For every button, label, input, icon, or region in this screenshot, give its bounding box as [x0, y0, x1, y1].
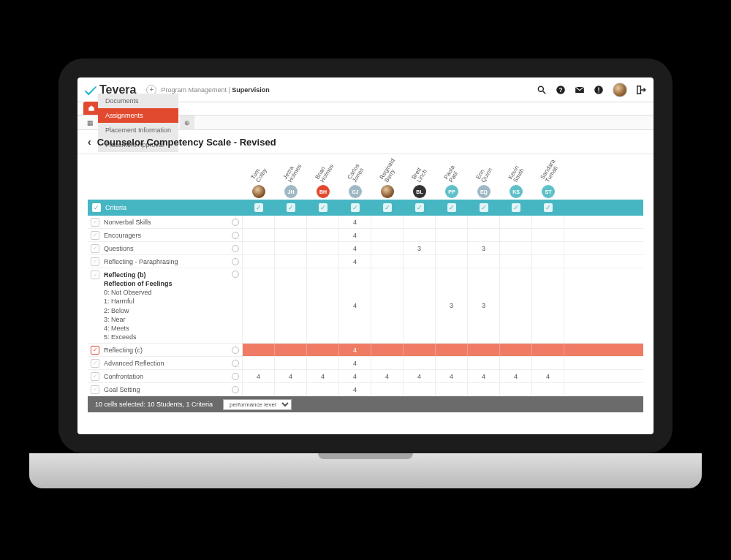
score-cell[interactable] — [275, 216, 307, 228]
score-cell[interactable]: 4 — [339, 242, 371, 254]
score-cell[interactable] — [468, 255, 500, 268]
tab-add[interactable]: ⊕ — [180, 116, 194, 130]
score-cell[interactable] — [532, 383, 564, 396]
score-cell[interactable] — [532, 344, 564, 356]
grid-icon[interactable]: ▦ — [83, 119, 96, 126]
score-cell[interactable] — [371, 216, 404, 228]
student-select-checkbox[interactable]: ✓ — [307, 203, 339, 212]
score-cell[interactable] — [404, 216, 436, 228]
score-cell[interactable] — [371, 268, 404, 343]
student-select-checkbox[interactable]: ✓ — [436, 203, 468, 212]
score-cell[interactable]: 4 — [339, 216, 371, 228]
score-cell[interactable]: 4 — [339, 344, 371, 356]
score-cell[interactable] — [436, 216, 468, 228]
history-icon[interactable] — [232, 258, 239, 265]
logout-icon[interactable] — [636, 85, 646, 95]
score-cell[interactable] — [275, 242, 307, 254]
score-cell[interactable] — [532, 242, 564, 254]
score-cell[interactable]: 3 — [404, 242, 436, 254]
score-cell[interactable] — [404, 357, 436, 369]
score-cell[interactable] — [275, 357, 307, 369]
student-col-bl[interactable]: BrettLinchBL — [404, 185, 436, 200]
score-cell[interactable]: 4 — [371, 370, 404, 382]
history-icon[interactable] — [232, 360, 239, 367]
score-cell[interactable] — [468, 383, 500, 396]
score-cell[interactable] — [371, 229, 404, 241]
student-col-cj[interactable]: CarlosJonesCJ — [339, 185, 371, 200]
score-cell[interactable] — [371, 255, 404, 268]
score-cell[interactable] — [500, 383, 532, 396]
score-cell[interactable]: 4 — [436, 370, 468, 382]
score-cell[interactable]: 4 — [339, 268, 371, 343]
score-cell[interactable] — [275, 383, 307, 396]
criteria-checkbox[interactable]: ✓ — [91, 270, 99, 279]
score-cell[interactable] — [500, 357, 532, 369]
score-cell[interactable] — [500, 216, 532, 228]
score-cell[interactable]: 4 — [339, 357, 371, 369]
score-cell[interactable]: 4 — [339, 383, 371, 396]
student-col-ks[interactable]: KevinSmithKS — [500, 185, 532, 200]
criteria-checkbox[interactable]: ✓ — [91, 218, 99, 227]
score-cell[interactable]: 3 — [436, 268, 468, 343]
student-select-checkbox[interactable]: ✓ — [404, 203, 436, 212]
score-cell[interactable] — [275, 344, 307, 356]
select-all-checkbox[interactable]: ✓ — [92, 203, 101, 212]
student-select-checkbox[interactable]: ✓ — [339, 203, 371, 212]
score-cell[interactable] — [243, 216, 275, 228]
score-cell[interactable] — [500, 255, 532, 268]
score-cell[interactable]: 4 — [532, 370, 564, 382]
score-cell[interactable] — [243, 357, 275, 369]
score-cell[interactable] — [404, 268, 436, 343]
score-cell[interactable] — [532, 357, 564, 369]
score-cell[interactable] — [307, 357, 339, 369]
help-icon[interactable]: ? — [556, 85, 566, 95]
score-cell[interactable] — [436, 242, 468, 254]
mail-icon[interactable] — [575, 85, 585, 95]
score-cell[interactable]: 3 — [468, 242, 500, 254]
student-select-checkbox[interactable]: ✓ — [500, 203, 532, 212]
score-cell[interactable] — [243, 242, 275, 254]
score-cell[interactable] — [532, 268, 564, 343]
score-cell[interactable] — [404, 255, 436, 268]
score-cell[interactable] — [500, 344, 532, 356]
score-cell[interactable] — [500, 268, 532, 343]
score-cell[interactable] — [307, 242, 339, 254]
score-cell[interactable] — [307, 216, 339, 228]
score-cell[interactable]: 4 — [468, 370, 500, 382]
student-col-st[interactable]: SandaraTumatiST — [532, 185, 564, 200]
score-cell[interactable]: 4 — [339, 255, 371, 268]
score-cell[interactable] — [436, 255, 468, 268]
score-cell[interactable]: 4 — [339, 370, 371, 382]
score-cell[interactable] — [275, 229, 307, 241]
history-icon[interactable] — [232, 219, 239, 226]
score-cell[interactable] — [468, 344, 500, 356]
score-cell[interactable] — [307, 344, 339, 356]
search-icon[interactable] — [537, 85, 547, 95]
tab-documents[interactable]: Documents — [98, 94, 178, 108]
score-cell[interactable] — [243, 268, 275, 343]
criteria-checkbox[interactable]: ✓ — [91, 385, 99, 394]
score-cell[interactable] — [243, 383, 275, 396]
history-icon[interactable] — [232, 270, 239, 278]
score-cell[interactable] — [275, 255, 307, 268]
score-cell[interactable]: 3 — [468, 268, 500, 343]
criteria-checkbox[interactable]: ✓ — [91, 346, 99, 355]
student-col-rb[interactable]: ReginaldBerry — [371, 185, 404, 200]
score-cell[interactable] — [307, 268, 339, 343]
score-cell[interactable] — [532, 255, 564, 268]
score-cell[interactable] — [371, 344, 404, 356]
user-avatar[interactable] — [613, 83, 627, 97]
back-chevron-icon[interactable]: ‹ — [88, 136, 91, 148]
student-select-checkbox[interactable]: ✓ — [532, 203, 564, 212]
score-cell[interactable] — [307, 255, 339, 268]
score-cell[interactable] — [371, 357, 404, 369]
score-cell[interactable] — [243, 229, 275, 241]
score-cell[interactable]: 4 — [339, 229, 371, 241]
score-cell[interactable] — [500, 242, 532, 254]
score-cell[interactable]: 4 — [243, 370, 275, 382]
score-cell[interactable] — [468, 229, 500, 241]
score-cell[interactable] — [307, 383, 339, 396]
student-col-tc[interactable]: TomColby — [243, 185, 275, 200]
criteria-checkbox[interactable]: ✓ — [91, 257, 99, 266]
score-cell[interactable] — [404, 229, 436, 241]
